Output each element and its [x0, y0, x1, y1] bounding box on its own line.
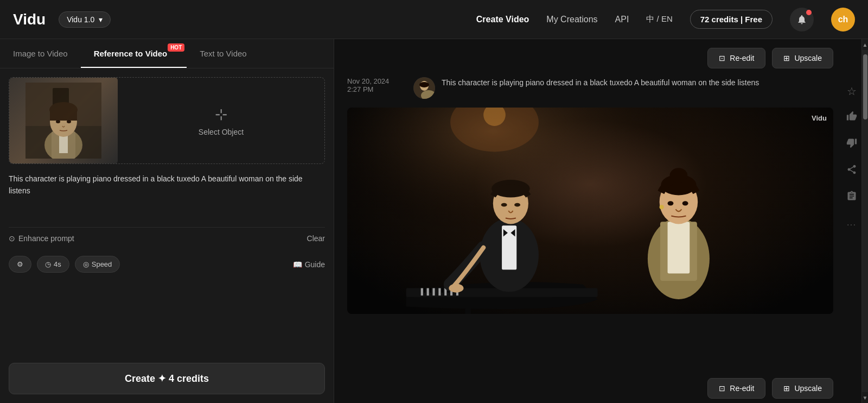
svg-rect-22 — [432, 288, 435, 296]
scroll-thumb[interactable] — [863, 54, 867, 119]
thumbs-down-icon — [846, 137, 857, 148]
enhance-row: ⊙ Enhance prompt Clear — [9, 227, 325, 243]
svg-point-48 — [660, 205, 664, 209]
creation-time: 2:27 PM — [347, 85, 407, 93]
scene-content: Vidu — [347, 108, 833, 314]
upscale-button-bottom[interactable]: ⊞ Upscale — [772, 378, 833, 399]
like-button[interactable] — [844, 109, 859, 127]
svg-point-10 — [67, 120, 71, 123]
enhance-icon: ⊙ — [9, 234, 15, 243]
side-actions: ☆ ··· — [844, 83, 859, 232]
vidu-watermark: Vidu — [812, 114, 827, 122]
nav-create-video[interactable]: Create Video — [476, 15, 529, 24]
dislike-button[interactable] — [844, 135, 859, 153]
svg-point-39 — [449, 284, 463, 292]
settings-button[interactable]: ⚙ — [9, 256, 31, 273]
svg-point-38 — [514, 203, 520, 207]
upscale-icon-bottom: ⊞ — [783, 384, 790, 393]
scroll-up[interactable]: ▲ — [862, 39, 868, 50]
favorite-button[interactable]: ☆ — [844, 83, 859, 100]
video-toolbar: ⊡ Re-edit ⊞ Upscale — [334, 39, 868, 73]
left-panel: Image to Video Reference to Video HOT Te… — [0, 39, 334, 403]
right-panel: ⊡ Re-edit ⊞ Upscale Nov 20, 2024 2:27 PM — [334, 39, 868, 403]
star-icon: ☆ — [847, 85, 857, 97]
upscale-button[interactable]: ⊞ Upscale — [772, 48, 833, 68]
svg-point-13 — [419, 82, 429, 87]
right-scrollbar: ▲ ▼ — [861, 39, 868, 403]
bell-icon — [796, 14, 807, 25]
clipboard-button[interactable] — [844, 188, 859, 206]
clipboard-icon — [846, 191, 857, 202]
creation-entry: Nov 20, 2024 2:27 PM This character is p… — [347, 73, 833, 314]
select-object-area[interactable]: ⊹ Select Object — [118, 105, 324, 136]
book-icon: 📖 — [293, 260, 302, 269]
svg-rect-8 — [50, 110, 77, 121]
credits-badge[interactable]: 72 credits | Free — [690, 10, 773, 29]
speed-button[interactable]: ◎ Speed — [75, 256, 120, 273]
scroll-down[interactable]: ▼ — [862, 392, 868, 403]
creation-prompt: This character is playing piano dressed … — [442, 77, 759, 89]
scroll-track[interactable] — [862, 50, 868, 392]
share-icon — [846, 164, 857, 175]
svg-rect-42 — [668, 222, 690, 273]
svg-rect-29 — [442, 288, 443, 293]
prompt-input[interactable] — [9, 173, 325, 216]
svg-rect-32 — [465, 299, 471, 314]
version-label: Vidu 1.0 — [67, 15, 94, 24]
bottom-toolbar: ⊡ Re-edit ⊞ Upscale — [334, 374, 868, 403]
clock-icon: ◷ — [45, 260, 51, 268]
svg-rect-27 — [424, 288, 425, 293]
reedit-label-bottom: Re-edit — [730, 384, 754, 393]
nav-my-creations[interactable]: My Creations — [546, 15, 597, 24]
creation-date-time: Nov 20, 2024 2:27 PM — [347, 77, 407, 93]
uploaded-image — [9, 77, 118, 164]
select-object-label: Select Object — [199, 128, 244, 136]
upscale-label: Upscale — [794, 54, 822, 62]
thumb-face-icon — [413, 77, 435, 99]
tab-text-to-video[interactable]: Text to Video — [187, 39, 259, 68]
creation-thumbnail — [413, 77, 435, 99]
create-label: Create ✦ 4 credits — [125, 373, 209, 385]
guide-label: Guide — [305, 260, 325, 269]
creation-date: Nov 20, 2024 — [347, 77, 407, 85]
enhance-prompt-button[interactable]: ⊙ Enhance prompt — [9, 234, 74, 243]
image-upload-area[interactable]: ⊹ Select Object — [9, 77, 325, 164]
settings-icon: ⚙ — [17, 260, 23, 268]
creation-meta: Nov 20, 2024 2:27 PM This character is p… — [347, 73, 833, 103]
create-button[interactable]: Create ✦ 4 credits — [9, 363, 325, 394]
svg-point-37 — [501, 203, 507, 207]
header-nav: Create Video My Creations API 中 / EN 72 … — [476, 8, 855, 32]
nav-api[interactable]: API — [615, 15, 629, 24]
duration-button[interactable]: ◷ 4s — [37, 256, 69, 273]
user-avatar[interactable]: ch — [831, 8, 855, 32]
more-button[interactable]: ··· — [844, 215, 859, 232]
tab-reference-to-video[interactable]: Reference to Video HOT — [81, 39, 187, 68]
video-player: Vidu ▶ 00:04 / 00:04 — [347, 108, 833, 314]
upscale-icon: ⊞ — [783, 54, 790, 62]
hot-badge: HOT — [168, 43, 184, 52]
svg-rect-28 — [430, 288, 431, 293]
clear-button[interactable]: Clear — [307, 234, 325, 243]
duration-label: 4s — [54, 260, 61, 268]
speed-label: Speed — [92, 260, 112, 268]
left-content: ⊹ Select Object ⊙ Enhance prompt Clear ⚙ — [0, 68, 334, 363]
svg-point-46 — [668, 201, 674, 205]
language-selector[interactable]: 中 / EN — [646, 14, 672, 24]
reedit-label: Re-edit — [730, 54, 754, 62]
logo: Vidu — [13, 11, 46, 28]
version-selector[interactable]: Vidu 1.0 ▾ — [59, 11, 111, 28]
video-content: Nov 20, 2024 2:27 PM This character is p… — [334, 73, 868, 374]
header: Vidu Vidu 1.0 ▾ Create Video My Creation… — [0, 0, 868, 39]
share-button[interactable] — [844, 162, 859, 180]
svg-rect-16 — [347, 108, 833, 314]
guide-button[interactable]: 📖 Guide — [293, 260, 325, 269]
svg-rect-23 — [438, 288, 441, 296]
tab-image-to-video[interactable]: Image to Video — [0, 39, 81, 68]
notification-button[interactable] — [790, 8, 814, 32]
main-layout: Image to Video Reference to Video HOT Te… — [0, 39, 868, 403]
reedit-button-bottom[interactable]: ⊡ Re-edit — [707, 378, 765, 399]
chevron-down-icon: ▾ — [99, 15, 103, 24]
speed-icon: ◎ — [83, 260, 89, 268]
reedit-button[interactable]: ⊡ Re-edit — [707, 48, 765, 68]
reedit-icon: ⊡ — [719, 54, 725, 62]
